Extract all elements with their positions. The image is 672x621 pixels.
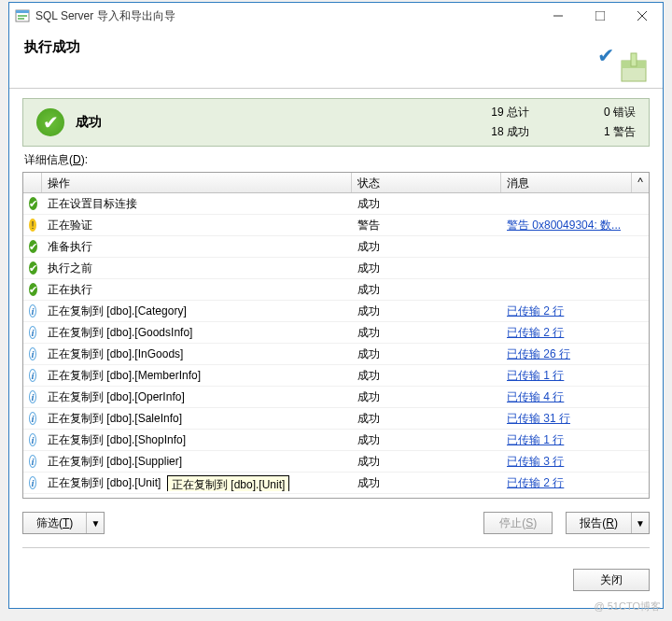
cell-operation: 正在复制到 [dbo].[OperInfo]: [42, 389, 352, 405]
cell-message[interactable]: 已传输 2 行: [501, 303, 649, 319]
cell-status: 成功: [352, 432, 501, 448]
message-link[interactable]: 已传输 1 行: [507, 433, 564, 446]
cell-message[interactable]: 已传输 31 行: [501, 411, 649, 427]
app-icon: [15, 8, 30, 23]
cell-message[interactable]: 警告 0x80049304: 数...: [501, 218, 649, 233]
message-link[interactable]: 已传输 3 行: [507, 455, 564, 468]
ok-icon: ✔: [29, 197, 37, 210]
message-link[interactable]: 已传输 2 行: [507, 476, 564, 489]
page-title: 执行成功: [24, 38, 648, 56]
cell-status: 成功: [352, 454, 501, 470]
total-label: 总计: [507, 106, 529, 119]
chevron-down-icon[interactable]: ▼: [87, 518, 104, 529]
success-count: 18: [491, 125, 503, 138]
svg-rect-5: [595, 11, 605, 21]
col-message[interactable]: 消息: [501, 173, 632, 192]
cell-message[interactable]: 已传输 3 行: [501, 454, 649, 470]
svg-rect-1: [16, 10, 29, 13]
info-icon: i: [29, 390, 36, 403]
cell-operation: 正在复制到 [dbo].[Supplier]: [42, 454, 352, 470]
ok-icon: ✔: [29, 261, 37, 275]
svg-rect-10: [631, 53, 637, 66]
table-body[interactable]: ✔正在设置目标连接成功!正在验证警告警告 0x80049304: 数...✔准备…: [23, 193, 649, 498]
cell-message[interactable]: 已传输 4 行: [501, 389, 649, 405]
cell-message[interactable]: 已传输 1 行: [501, 432, 649, 448]
table-row[interactable]: i正在复制到 [dbo].[Unit]正在复制到 [dbo].[Unit]成功已…: [23, 473, 649, 494]
ok-icon: ✔: [29, 240, 37, 253]
minimize-button[interactable]: [537, 3, 579, 29]
message-link[interactable]: 已传输 2 行: [507, 326, 564, 339]
col-operation[interactable]: 操作: [42, 173, 352, 192]
cell-message[interactable]: 已传输 1 行: [501, 368, 649, 384]
info-icon: i: [29, 326, 36, 339]
cell-message[interactable]: 已传输 26 行: [501, 346, 649, 362]
wizard-window: SQL Server 导入和导出向导 执行成功 ✔ ✔ 成功 19 总计 18 …: [8, 2, 664, 609]
table-header: 操作 状态 消息 ^: [23, 173, 649, 193]
detail-info-label: 详细信息(D):: [24, 152, 648, 168]
table-row[interactable]: ✔执行之前成功: [23, 258, 649, 279]
message-link[interactable]: 已传输 4 行: [507, 390, 564, 403]
chevron-down-icon[interactable]: ▼: [632, 518, 649, 529]
cell-status: 成功: [352, 346, 501, 362]
cell-operation: 正在验证: [42, 218, 352, 233]
success-icon: ✔: [36, 108, 64, 136]
close-dialog-button[interactable]: 关闭: [573, 569, 650, 591]
cell-status: 成功: [352, 261, 501, 276]
table-row[interactable]: i正在复制到 [dbo].[InGoods]成功已传输 26 行: [23, 344, 649, 365]
cell-operation: 正在设置目标连接: [42, 196, 352, 212]
titlebar[interactable]: SQL Server 导入和导出向导: [9, 3, 663, 29]
svg-rect-2: [18, 15, 27, 17]
cell-status: 成功: [352, 389, 501, 405]
cell-status: 成功: [352, 475, 501, 491]
close-button[interactable]: [621, 3, 663, 29]
status-label: 成功: [76, 114, 491, 131]
cell-status: 成功: [352, 411, 501, 427]
table-row[interactable]: i正在复制到 [dbo].[OperInfo]成功已传输 4 行: [23, 387, 649, 408]
table-row[interactable]: i正在复制到 [dbo].[SaleInfo]成功已传输 31 行: [23, 408, 649, 430]
table-row[interactable]: !正在验证警告警告 0x80049304: 数...: [23, 215, 649, 236]
table-row[interactable]: i正在复制到 [dbo].[Category]成功已传输 2 行: [23, 301, 649, 322]
cell-operation: 正在复制到 [dbo].[SaleInfo]: [42, 411, 352, 427]
cell-status: 成功: [352, 325, 501, 341]
col-status[interactable]: 状态: [352, 173, 501, 192]
cell-operation: 正在复制到 [dbo].[InGoods]: [42, 346, 352, 362]
info-icon: i: [29, 433, 36, 446]
info-icon: i: [29, 369, 36, 382]
cto-watermark: @ 51CTO博客: [595, 600, 661, 614]
info-icon: i: [29, 304, 36, 318]
svg-rect-3: [18, 18, 24, 20]
table-row[interactable]: i正在复制到 [dbo].[GoodsInfo]成功已传输 2 行: [23, 322, 649, 344]
table-row[interactable]: i执行之后成功: [23, 494, 649, 498]
cell-message[interactable]: 已传输 2 行: [501, 475, 649, 491]
cell-operation: 正在复制到 [dbo].[Unit]正在复制到 [dbo].[Unit]: [42, 475, 352, 491]
table-row[interactable]: ✔准备执行成功: [23, 236, 649, 258]
maximize-button[interactable]: [579, 3, 621, 29]
report-button[interactable]: 报告(R) ▼: [566, 512, 650, 534]
success-label: 成功: [507, 125, 529, 138]
cell-status: 成功: [352, 239, 501, 255]
warning-label: 警告: [613, 125, 636, 138]
cell-status: 成功: [352, 303, 501, 319]
message-link[interactable]: 警告 0x80049304: 数...: [507, 219, 621, 232]
table-row[interactable]: i正在复制到 [dbo].[MemberInfo]成功已传输 1 行: [23, 365, 649, 387]
cell-status: 成功: [352, 196, 501, 212]
scroll-up-icon[interactable]: ^: [632, 173, 649, 192]
error-count: 0: [604, 106, 610, 119]
filter-button[interactable]: 筛选(T) ▼: [22, 512, 105, 534]
table-row[interactable]: ✔正在执行成功: [23, 279, 649, 301]
cell-status: 成功: [352, 497, 501, 499]
message-link[interactable]: 已传输 26 行: [507, 347, 570, 360]
message-link[interactable]: 已传输 2 行: [507, 304, 564, 318]
table-row[interactable]: i正在复制到 [dbo].[Supplier]成功已传输 3 行: [23, 451, 649, 473]
message-link[interactable]: 已传输 31 行: [507, 412, 570, 425]
table-row[interactable]: i正在复制到 [dbo].[ShopInfo]成功已传输 1 行: [23, 430, 649, 451]
error-label: 错误: [613, 106, 636, 119]
info-icon: i: [29, 476, 36, 489]
info-icon: i: [29, 455, 36, 468]
cell-message[interactable]: 已传输 2 行: [501, 325, 649, 341]
message-link[interactable]: 已传输 1 行: [507, 369, 564, 382]
stop-button: 停止(S): [483, 512, 553, 534]
table-row[interactable]: ✔正在设置目标连接成功: [23, 193, 649, 215]
status-summary: ✔ 成功 19 总计 18 成功 0 错误 1 警告: [22, 98, 650, 147]
col-icon[interactable]: [23, 173, 42, 192]
